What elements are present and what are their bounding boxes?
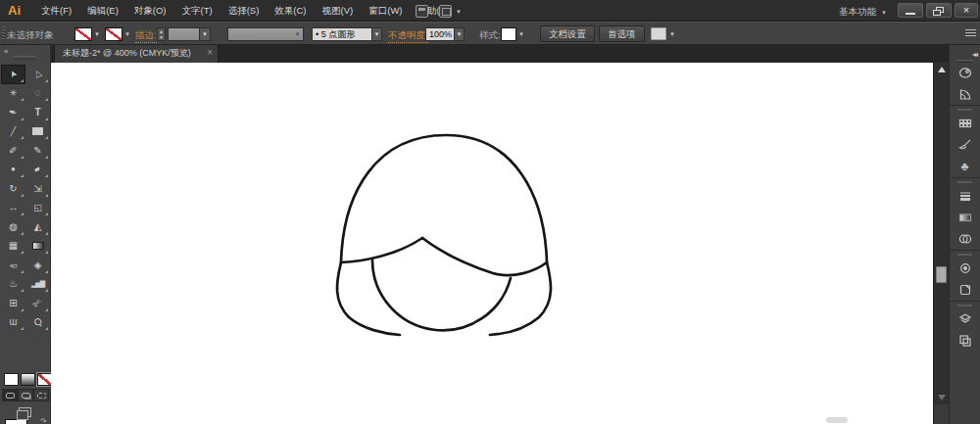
tools-panel-grip[interactable] (14, 56, 35, 60)
rotate-tool[interactable]: ↻ (1, 179, 25, 199)
shape-options-icon[interactable] (651, 27, 666, 40)
dock-artboards-button[interactable] (951, 330, 980, 352)
workspace-switcher[interactable]: 基本功能 (839, 6, 876, 19)
menu-window[interactable]: 窗口(W) (361, 0, 410, 22)
menu-view[interactable]: 视图(V) (315, 0, 362, 22)
hand-tool[interactable]: Ɯ (1, 313, 25, 333)
pen-tool[interactable]: ✒ (1, 103, 25, 122)
stroke-weight-select[interactable]: ▼ (168, 27, 211, 41)
opacity-arrow-icon[interactable]: ▼ (454, 27, 465, 41)
stroke-color-swatch[interactable] (105, 27, 122, 41)
dock-graphic-styles-button[interactable] (951, 279, 980, 301)
vertical-scrollbar-thumb[interactable] (936, 266, 947, 283)
vertical-scrollbar[interactable] (933, 63, 949, 404)
restore-button[interactable] (926, 3, 952, 18)
panel-grip[interactable] (2, 26, 5, 41)
color-button[interactable] (4, 373, 19, 386)
direct-selection-tool[interactable]: ▷ (25, 65, 50, 84)
artboard-tool[interactable]: ⊞ (1, 294, 25, 313)
menubar: 文件(F)编辑(E)对象(O)文字(T)选择(S)效果(C)视图(V)窗口(W)… (33, 0, 458, 22)
dock-appearance-button[interactable] (951, 258, 980, 279)
fill-color-swatch[interactable] (74, 27, 92, 41)
eraser-tool[interactable]: ▰ (25, 161, 50, 180)
go-to-bridge-icon[interactable] (416, 5, 428, 18)
preferences-button[interactable]: 首选项 (599, 25, 645, 42)
draw-normal-button[interactable] (2, 389, 18, 401)
eyedropper-tool[interactable]: ✑ (1, 256, 25, 275)
rectangle-tool[interactable] (25, 122, 50, 142)
canvas[interactable] (51, 63, 933, 424)
brush-definition-value[interactable]: • 5 点圆形 (312, 27, 372, 41)
perspective-grid-tool[interactable]: ◭ (25, 217, 50, 237)
dock-transparency-button[interactable] (951, 228, 980, 250)
line-segment-tool[interactable]: ╱ (1, 122, 25, 142)
pencil-tool[interactable]: ✎ (25, 141, 50, 161)
document-setup-button[interactable]: 文档设置 (540, 25, 595, 42)
menu-object[interactable]: 对象(O) (126, 0, 174, 22)
dock-symbols-button[interactable]: ♣ (951, 156, 980, 177)
dock-brushes-button[interactable] (951, 134, 980, 156)
screen-mode-button[interactable] (14, 405, 35, 419)
draw-behind-button[interactable] (18, 389, 33, 401)
document-tab-close-icon[interactable]: × (207, 45, 213, 61)
expand-panels-icon[interactable]: ◂◂ (972, 50, 976, 59)
gradient-tool[interactable] (25, 237, 50, 257)
stroke-weight-stepper[interactable]: ▲▼ (157, 27, 166, 41)
blob-brush-tool[interactable]: ● (1, 161, 25, 180)
brush-definition-arrow-icon[interactable]: ▼ (371, 27, 382, 41)
blend-tool[interactable]: ◈ (25, 256, 50, 275)
scale-tool[interactable]: ⇲ (25, 179, 50, 199)
lasso-tool[interactable]: ◌ (25, 84, 50, 104)
slice-tool[interactable]: ✄ (25, 294, 50, 313)
dock-layers-button[interactable] (951, 308, 980, 330)
shape-options-arrow-icon[interactable]: ▼ (669, 31, 675, 37)
menu-edit[interactable]: 编辑(E) (79, 0, 126, 22)
scroll-up-icon[interactable] (938, 67, 946, 72)
style-swatch[interactable] (501, 27, 516, 41)
selection-tool[interactable]: ➤ (1, 65, 25, 84)
mesh-tool[interactable]: ▦ (1, 237, 25, 257)
column-graph-tool[interactable]: ▂▅▇ (25, 275, 50, 295)
paintbrush-tool[interactable]: ✐ (1, 141, 25, 161)
arrange-documents-arrow-icon[interactable]: ▼ (456, 9, 462, 15)
lasso-tool-icon: ◌ (35, 88, 41, 98)
stroke-arrow-icon[interactable]: ▼ (124, 31, 130, 37)
width-tool[interactable]: ↔ (1, 199, 25, 218)
symbol-sprayer-tool[interactable]: ♨ (1, 275, 25, 295)
gradient-button[interactable] (21, 373, 35, 386)
dock-stroke-button[interactable] (951, 185, 980, 207)
shape-builder-tool[interactable]: ◍ (1, 217, 25, 237)
horizontal-scrollbar-thumb[interactable] (826, 417, 848, 423)
type-tool[interactable]: T (25, 103, 50, 122)
close-button[interactable]: × (955, 3, 978, 18)
profile-arrow-icon[interactable]: ▼ (292, 28, 303, 40)
menu-select[interactable]: 选择(S) (220, 0, 268, 22)
workspace-arrow-icon[interactable]: ▼ (881, 10, 887, 16)
zoom-tool[interactable]: Ǫ (25, 313, 50, 333)
variable-width-profile-select[interactable]: ▼ (227, 27, 304, 41)
swap-fill-stroke-icon[interactable]: ↷ (40, 417, 47, 424)
control-panel-menu-icon[interactable] (965, 29, 976, 37)
stroke-panel-link[interactable]: 描边: (135, 29, 157, 43)
dock-color-button[interactable] (951, 62, 980, 83)
magic-wand-tool[interactable]: ✳ (1, 84, 25, 104)
menu-type[interactable]: 文字(T) (174, 0, 220, 22)
tools-collapse-icon[interactable]: « (4, 47, 7, 56)
menu-file[interactable]: 文件(F) (33, 0, 79, 22)
scroll-down-icon[interactable] (938, 395, 946, 400)
document-tab[interactable]: 未标题-2* @ 400% (CMYK/预览) × (54, 45, 219, 63)
none-button[interactable] (37, 373, 52, 386)
opacity-panel-link[interactable]: 不透明度: (388, 29, 428, 43)
minimize-button[interactable] (898, 3, 923, 18)
menu-effect[interactable]: 效果(C) (267, 0, 314, 22)
fill-arrow-icon[interactable]: ▼ (94, 31, 100, 37)
dock-swatches-button[interactable] (951, 113, 980, 134)
opacity-value[interactable]: 100% (425, 27, 455, 41)
stroke-weight-arrow-icon[interactable]: ▼ (199, 28, 210, 40)
style-arrow-icon[interactable]: ▼ (518, 31, 524, 37)
dock-gradient-button[interactable] (951, 207, 980, 228)
arrange-documents-icon[interactable] (439, 5, 452, 18)
draw-inside-button[interactable] (33, 389, 49, 401)
free-transform-tool[interactable]: ◱ (25, 199, 50, 218)
dock-color-guide-button[interactable] (951, 83, 980, 105)
